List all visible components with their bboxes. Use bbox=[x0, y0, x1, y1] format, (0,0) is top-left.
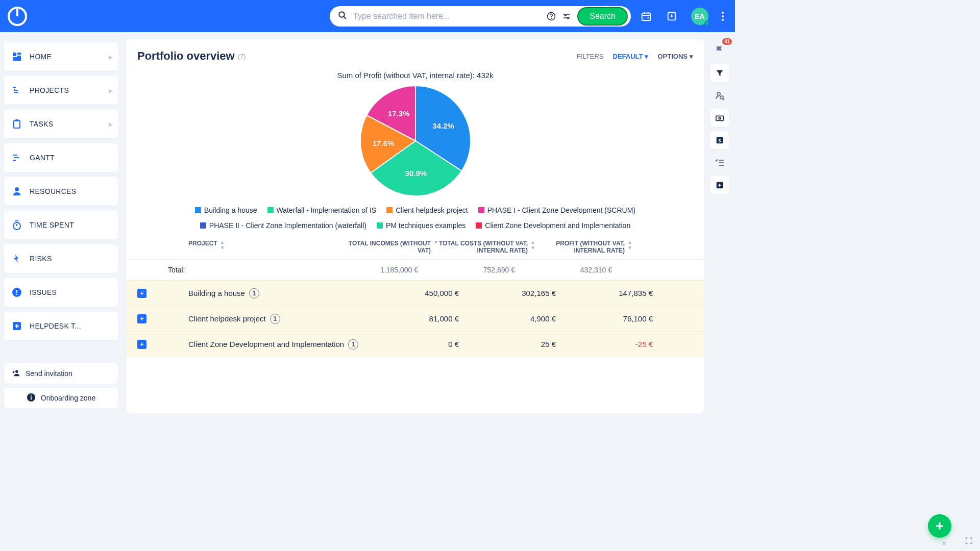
sidebar-item-label: HOME bbox=[30, 53, 109, 61]
sidebar-item-projects[interactable]: PROJECTS ▸ bbox=[4, 76, 118, 105]
risks-icon bbox=[11, 253, 22, 264]
page-count: (7) bbox=[238, 53, 246, 60]
total-profit: 432,310 € bbox=[515, 266, 612, 274]
filters-dropdown[interactable]: DEFAULT ▾ bbox=[613, 53, 649, 60]
cell-costs: 302,165 € bbox=[459, 289, 556, 297]
sidebar-item-helpdesk[interactable]: HELPDESK T... bbox=[4, 312, 118, 340]
svg-point-50 bbox=[719, 117, 721, 119]
add-icon[interactable] bbox=[710, 176, 729, 194]
legend-item[interactable]: Client Zone Development and Implementati… bbox=[476, 221, 630, 230]
svg-rect-1 bbox=[16, 9, 18, 16]
project-name[interactable]: Client Zone Development and Implementati… bbox=[188, 339, 362, 349]
svg-point-40 bbox=[15, 370, 18, 372]
help-icon[interactable] bbox=[547, 12, 556, 21]
app-logo[interactable] bbox=[7, 6, 28, 27]
send-invitation-button[interactable]: Send invitation bbox=[4, 363, 118, 384]
page-title: Portfolio overview bbox=[137, 49, 235, 63]
issues-icon bbox=[11, 287, 22, 298]
sidebar-item-risks[interactable]: RISKS bbox=[4, 244, 118, 273]
export-icon[interactable] bbox=[666, 10, 678, 22]
legend-label: PHASE II - Client Zone Implementation (w… bbox=[209, 221, 366, 230]
svg-point-30 bbox=[15, 187, 19, 191]
expand-row-button[interactable]: + bbox=[137, 289, 146, 298]
currency-icon[interactable]: $ bbox=[710, 131, 729, 149]
svg-point-45 bbox=[31, 394, 32, 395]
sidebar-item-resources[interactable]: RESOURCES bbox=[4, 177, 118, 206]
column-header-costs[interactable]: TOTAL COSTS (WITHOUT VAT, INTERNAL RATE)… bbox=[438, 240, 535, 254]
sort-icon: ▲▼ bbox=[220, 240, 225, 251]
cell-profit: 76,100 € bbox=[556, 314, 653, 323]
legend-label: Waterfall - Implementation of IS bbox=[277, 206, 377, 214]
money-icon[interactable] bbox=[710, 109, 729, 127]
svg-rect-22 bbox=[15, 90, 18, 91]
chevron-right-icon: ▸ bbox=[109, 119, 113, 129]
expand-row-button[interactable]: + bbox=[137, 340, 146, 349]
svg-point-36 bbox=[16, 294, 17, 295]
topbar: Search EA bbox=[0, 0, 735, 32]
column-header-project[interactable]: PROJECT ▲▼ bbox=[188, 240, 341, 254]
sidebar-item-timespent[interactable]: TIME SPENT bbox=[4, 211, 118, 239]
svg-rect-23 bbox=[14, 92, 15, 93]
legend-swatch-icon bbox=[476, 222, 482, 229]
search-bar: Search bbox=[330, 6, 631, 27]
svg-rect-29 bbox=[13, 160, 16, 161]
legend-swatch-icon bbox=[200, 222, 206, 229]
helpdesk-icon bbox=[11, 320, 22, 332]
table-row: + Client Zone Development and Implementa… bbox=[126, 331, 704, 357]
flag-badge: 41 bbox=[722, 38, 732, 45]
legend-item[interactable]: PHASE II - Client Zone Implementation (w… bbox=[200, 221, 366, 230]
sidebar-item-home[interactable]: HOME ▸ bbox=[4, 42, 118, 71]
sidebar-item-tasks[interactable]: TASKS ▸ bbox=[4, 110, 118, 138]
sidebar-item-label: RESOURCES bbox=[30, 187, 113, 195]
svg-rect-10 bbox=[642, 13, 651, 20]
project-name[interactable]: Client helpdesk project 1 bbox=[188, 314, 362, 324]
pie-slice-label: 30.9% bbox=[405, 168, 427, 177]
gantt-icon bbox=[11, 152, 22, 163]
total-incomes: 1,185,000 € bbox=[321, 266, 418, 274]
table-total-row: Total: 1,185,000 € 752,690 € 432,310 € bbox=[126, 260, 704, 280]
sidebar-item-gantt[interactable]: GANTT bbox=[4, 143, 118, 172]
legend-swatch-icon bbox=[195, 207, 201, 213]
sliders-icon[interactable] bbox=[562, 12, 571, 21]
total-costs: 752,690 € bbox=[418, 266, 515, 274]
chart-legend: Building a houseWaterfall - Implementati… bbox=[126, 197, 704, 233]
avatar[interactable]: EA bbox=[691, 8, 708, 25]
legend-item[interactable]: PHASE I - Client Zone Development (SCRUM… bbox=[478, 206, 635, 214]
legend-label: Building a house bbox=[204, 206, 257, 214]
svg-rect-19 bbox=[13, 57, 21, 61]
chart-title: Sum of Profit (without VAT, internal rat… bbox=[126, 71, 704, 80]
legend-item[interactable]: PM techniques examples bbox=[377, 221, 465, 230]
column-header-profit[interactable]: PROFIT (WITHOUT VAT, INTERNAL RATE) ▲▼ bbox=[535, 240, 632, 254]
flag-icon[interactable]: 41 bbox=[710, 41, 729, 60]
sidebar-item-label: TIME SPENT bbox=[30, 221, 113, 229]
svg-rect-26 bbox=[15, 119, 18, 121]
user-search-icon[interactable] bbox=[710, 86, 729, 105]
svg-point-5 bbox=[551, 18, 552, 19]
cell-incomes: 0 € bbox=[362, 340, 459, 348]
legend-item[interactable]: Waterfall - Implementation of IS bbox=[267, 206, 377, 214]
sidebar: HOME ▸ PROJECTS ▸ TASKS ▸ GANTT RESOURCE… bbox=[0, 32, 122, 413]
sort-icon: ▲▼ bbox=[627, 240, 632, 251]
expand-row-button[interactable]: + bbox=[137, 314, 146, 323]
sidebar-item-issues[interactable]: ISSUES bbox=[4, 278, 118, 307]
filter-icon[interactable] bbox=[710, 64, 729, 82]
svg-text:$: $ bbox=[718, 138, 721, 143]
legend-label: PHASE I - Client Zone Development (SCRUM… bbox=[487, 206, 635, 214]
project-name[interactable]: Building a house 1 bbox=[188, 288, 362, 298]
checklist-icon[interactable] bbox=[710, 154, 729, 172]
column-header-incomes[interactable]: TOTAL INCOMES (WITHOUT VAT) ▼ bbox=[341, 240, 438, 254]
legend-label: PM techniques examples bbox=[386, 221, 465, 230]
cell-costs: 4,900 € bbox=[459, 314, 556, 323]
sidebar-item-label: ISSUES bbox=[30, 288, 113, 296]
calendar-icon[interactable] bbox=[640, 10, 652, 22]
search-button[interactable]: Search bbox=[577, 7, 628, 26]
legend-item[interactable]: Client helpdesk project bbox=[386, 206, 468, 214]
sort-icon: ▼ bbox=[433, 240, 438, 245]
legend-item[interactable]: Building a house bbox=[195, 206, 257, 214]
search-input[interactable] bbox=[353, 12, 544, 21]
more-menu-icon[interactable] bbox=[718, 8, 728, 25]
projects-icon bbox=[11, 85, 22, 96]
options-dropdown[interactable]: OPTIONS ▾ bbox=[657, 53, 693, 60]
onboarding-zone-button[interactable]: Onboarding zone bbox=[4, 388, 118, 408]
svg-rect-32 bbox=[15, 220, 18, 221]
